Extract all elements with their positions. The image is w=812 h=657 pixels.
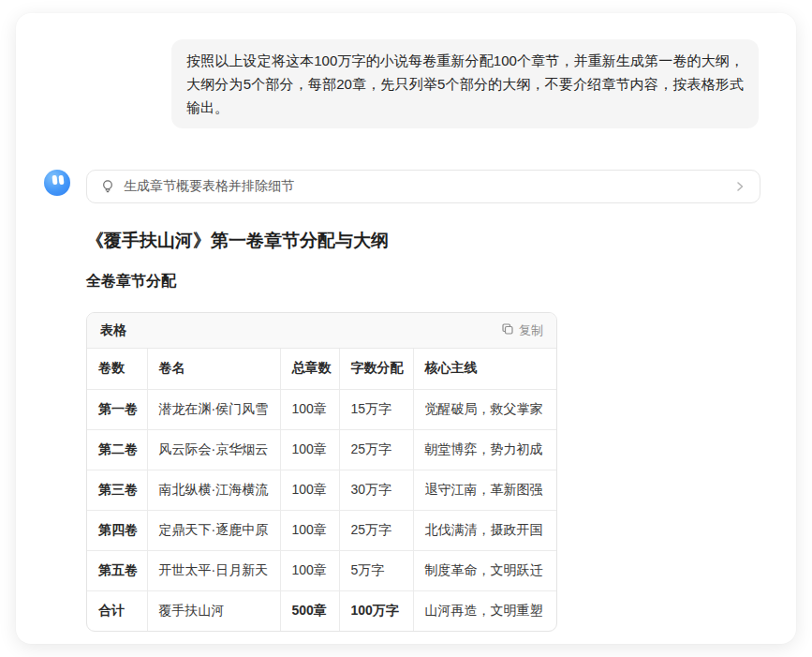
cell-chapters: 100章 bbox=[280, 550, 339, 590]
cell-volume: 第五卷 bbox=[87, 550, 147, 590]
copy-icon bbox=[501, 322, 514, 338]
chapter-allocation-table: 卷数 卷名 总章数 字数分配 核心主线 第一卷 潜龙在渊·侯门风雪 100章 1… bbox=[87, 349, 556, 631]
cell-chapters: 100章 bbox=[280, 510, 339, 550]
table-toolbar-label: 表格 bbox=[100, 322, 126, 339]
cell-name: 覆手扶山河 bbox=[147, 590, 280, 631]
user-message-text: 按照以上设定将这本100万字的小说每卷重新分配100个章节，并重新生成第一卷的大… bbox=[186, 52, 744, 115]
table-toolbar: 表格 复制 bbox=[87, 313, 556, 349]
cell-mainline: 朝堂博弈，势力初成 bbox=[413, 429, 556, 470]
table-header-row: 卷数 卷名 总章数 字数分配 核心主线 bbox=[87, 349, 556, 389]
table-total-row: 合计 覆手扶山河 500章 100万字 山河再造，文明重塑 bbox=[87, 590, 556, 631]
table-row: 第一卷 潜龙在渊·侯门风雪 100章 15万字 觉醒破局，救父掌家 bbox=[87, 389, 556, 429]
user-message-bubble: 按照以上设定将这本100万字的小说每卷重新分配100个章节，并重新生成第一卷的大… bbox=[171, 39, 759, 128]
col-header-name: 卷名 bbox=[147, 349, 280, 389]
cell-mainline: 制度革命，文明跃迁 bbox=[413, 550, 556, 590]
copy-table-button[interactable]: 复制 bbox=[501, 322, 543, 339]
table-row: 第四卷 定鼎天下·逐鹿中原 100章 25万字 北伐满清，摄政开国 bbox=[87, 510, 556, 550]
status-text: 生成章节概要表格并排除细节 bbox=[124, 178, 733, 195]
cell-mainline: 觉醒破局，救父掌家 bbox=[413, 389, 556, 429]
table-row: 第三卷 南北纵横·江海横流 100章 30万字 退守江南，革新图强 bbox=[87, 470, 556, 510]
lightbulb-icon bbox=[100, 179, 115, 194]
cell-chapters: 100章 bbox=[280, 429, 339, 470]
cell-wordcount: 100万字 bbox=[339, 590, 413, 631]
cell-chapters: 100章 bbox=[280, 470, 339, 510]
cell-name: 定鼎天下·逐鹿中原 bbox=[147, 510, 280, 550]
copy-button-label: 复制 bbox=[519, 322, 543, 339]
assistant-avatar bbox=[44, 170, 70, 196]
avatar-eye-right bbox=[58, 175, 64, 185]
cell-wordcount: 5万字 bbox=[339, 550, 413, 590]
cell-volume: 第二卷 bbox=[87, 429, 147, 470]
table-row: 第五卷 开世太平·日月新天 100章 5万字 制度革命，文明跃迁 bbox=[87, 550, 556, 590]
cell-chapters: 100章 bbox=[280, 389, 339, 429]
table-row: 第二卷 风云际会·京华烟云 100章 25万字 朝堂博弈，势力初成 bbox=[87, 429, 556, 470]
avatar-eye-left bbox=[52, 175, 57, 185]
cell-name: 潜龙在渊·侯门风雪 bbox=[147, 389, 280, 429]
table-card: 表格 复制 卷数 卷名 总章数 字数分配 核心主线 bbox=[86, 312, 557, 632]
cell-volume: 第一卷 bbox=[87, 389, 147, 429]
col-header-volume: 卷数 bbox=[87, 349, 147, 389]
chevron-right-icon[interactable] bbox=[733, 180, 746, 193]
cell-name: 风云际会·京华烟云 bbox=[147, 429, 280, 470]
cell-volume: 第三卷 bbox=[87, 470, 147, 510]
cell-wordcount: 25万字 bbox=[339, 429, 413, 470]
cell-mainline: 山河再造，文明重塑 bbox=[413, 590, 556, 631]
cell-name: 南北纵横·江海横流 bbox=[147, 470, 280, 510]
cell-volume: 合计 bbox=[87, 590, 147, 631]
cell-name: 开世太平·日月新天 bbox=[147, 550, 280, 590]
cell-chapters: 500章 bbox=[280, 590, 339, 631]
cell-volume: 第四卷 bbox=[87, 510, 147, 550]
col-header-chapters: 总章数 bbox=[280, 349, 339, 389]
cell-wordcount: 30万字 bbox=[339, 470, 413, 510]
chat-card: 按照以上设定将这本100万字的小说每卷重新分配100个章节，并重新生成第一卷的大… bbox=[16, 13, 796, 644]
cell-mainline: 北伐满清，摄政开国 bbox=[413, 510, 556, 550]
section-title: 全卷章节分配 bbox=[86, 272, 176, 291]
cell-wordcount: 25万字 bbox=[339, 510, 413, 550]
thinking-status-bar[interactable]: 生成章节概要表格并排除细节 bbox=[86, 170, 760, 203]
col-header-wordcount: 字数分配 bbox=[339, 349, 413, 389]
col-header-mainline: 核心主线 bbox=[413, 349, 556, 389]
cell-mainline: 退守江南，革新图强 bbox=[413, 470, 556, 510]
cell-wordcount: 15万字 bbox=[339, 389, 413, 429]
response-title: 《覆手扶山河》第一卷章节分配与大纲 bbox=[86, 229, 389, 253]
